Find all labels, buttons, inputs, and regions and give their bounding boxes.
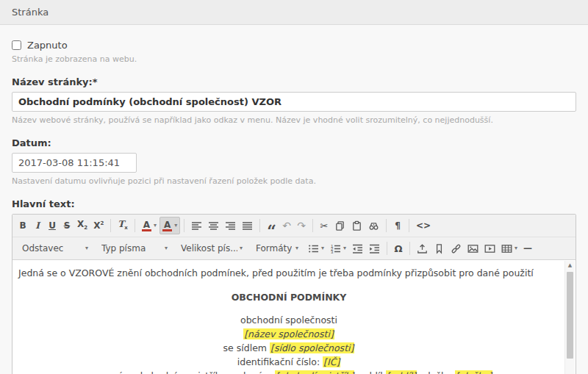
scroll-up-icon[interactable]: ▲ [565,261,575,270]
indent-icon [369,243,380,254]
upload-button[interactable] [414,240,431,257]
code-button[interactable]: <> [413,217,434,234]
indent-button[interactable] [366,240,383,257]
editor-content[interactable]: ▲ Jedná se o VZOROVÉ znění obchodních po… [12,260,576,374]
ordered-list-button[interactable]: 123▾ [327,240,349,257]
toolbar-row-2: Odstavec▾Typ písma▾Velikost pís...▾Formá… [12,237,576,260]
italic-icon: I [35,221,40,230]
rich-text-editor: BIUSX2X2TxA▾A▾“↶↷✂¶<> Odstavec▾Typ písma… [12,214,576,374]
table-icon [501,243,512,254]
doc-line: obchodní společnosti [18,313,559,327]
font-family-dropdown[interactable]: Typ písma▾ [96,240,173,257]
name-label: Název stránky:* [12,76,576,87]
body-label: Hlavní text: [12,198,576,209]
font-size-dropdown[interactable]: Velikost pís...▾ [176,240,248,257]
clear-formatting-button[interactable]: Tx [115,217,130,234]
toolbar-separator [312,219,313,232]
align-center-button[interactable] [205,217,222,234]
font-family-dropdown-label: Typ písma [101,243,146,253]
chevron-down-icon: ▾ [295,245,298,251]
undo-button[interactable]: ↶ [279,217,294,234]
special-character-button[interactable]: Ω [391,240,406,257]
chevron-down-icon: ▾ [165,245,168,251]
blockquote-icon: “ [267,223,276,228]
redo-button[interactable]: ↷ [294,217,309,234]
doc-text: OBCHODNÍ PODMÍNKY [232,292,347,303]
doc-text: obchodní společnosti [240,314,337,326]
underline-button[interactable]: U [45,217,60,234]
strikethrough-button[interactable]: S [60,217,74,234]
block-format-dropdown[interactable]: Odstavec▾ [17,240,93,257]
doc-text: se sídlem [223,342,270,353]
outdent-button[interactable] [349,240,366,257]
align-justify-button[interactable] [239,217,256,234]
superscript-icon: X2 [93,221,104,230]
toolbar-separator [259,219,260,232]
pilcrow-button[interactable]: ¶ [390,217,405,234]
table-button[interactable]: ▾ [498,240,520,257]
bookmark-button[interactable] [431,240,448,257]
toolbar-row-1: BIUSX2X2TxA▾A▾“↶↷✂¶<> [12,215,576,237]
blockquote-button[interactable]: “ [264,217,279,234]
formats-dropdown[interactable]: Formáty▾ [251,240,304,257]
align-left-button[interactable] [188,217,205,234]
toolbar-separator [387,242,387,255]
unordered-list-icon [308,243,319,254]
find-replace-button[interactable] [365,217,382,234]
upload-icon [417,243,428,254]
date-input[interactable] [12,153,137,173]
link-button[interactable] [448,240,465,257]
scrollbar-thumb[interactable] [567,272,573,359]
horizontal-rule-icon: — [523,244,532,253]
doc-text: identifikační číslo: [237,356,323,367]
copy-icon [334,220,345,231]
toolbar-separator [386,219,387,232]
enabled-row: Zapnuto [12,40,576,51]
copy-button[interactable] [331,217,348,234]
redo-icon: ↷ [297,220,306,231]
subscript-button[interactable]: X2 [74,217,90,234]
align-right-button[interactable] [222,217,239,234]
clear-formatting-icon: Tx [118,220,127,231]
unordered-list-button[interactable]: ▾ [305,240,327,257]
image-button[interactable] [465,240,481,257]
paste-button[interactable] [348,217,365,234]
chevron-down-icon: ▾ [154,223,157,229]
italic-button[interactable]: I [30,217,45,234]
doc-line: zapsané v obchodním rejstříku vedeném [o… [18,369,559,374]
toolbar-separator [135,219,135,232]
align-center-icon [208,220,219,231]
enabled-checkbox[interactable] [12,40,21,50]
enabled-label[interactable]: Zapnuto [27,40,68,51]
ordered-list-icon: 123 [330,243,341,254]
find-replace-icon [368,220,379,231]
text-color-icon: A [142,220,151,231]
placeholder-token: [název společnosti] [243,328,334,339]
page-title: Stránka [0,0,588,25]
doc-line: Jedná se o VZOROVÉ znění obchodních podm… [18,266,559,280]
chevron-down-icon: ▾ [240,245,243,251]
chevron-down-icon: ▾ [174,223,177,229]
chevron-down-icon: ▾ [514,245,517,251]
chevron-down-icon: ▾ [85,245,88,251]
toolbar-separator [409,242,410,255]
text-color-button[interactable]: A▾ [139,217,159,234]
background-color-button[interactable]: A▾ [159,217,180,234]
formats-dropdown-label: Formáty [256,243,292,253]
media-icon [484,243,495,254]
media-button[interactable] [481,240,498,257]
cut-button[interactable]: ✂ [317,217,331,234]
doc-text: zapsané v obchodním rejstříku vedeném [85,370,275,374]
horizontal-rule-button[interactable]: — [520,240,535,257]
form-content: Zapnuto Stránka je zobrazena na webu. Ná… [0,25,588,374]
pilcrow-icon: ¶ [395,221,401,230]
outdent-icon [352,243,363,254]
name-input[interactable] [12,92,576,112]
bold-button[interactable]: B [15,217,30,234]
superscript-button[interactable]: X2 [90,217,107,234]
paste-icon [351,220,362,231]
doc-line: [název společnosti] [18,327,559,341]
chevron-down-icon: ▾ [321,245,324,251]
editor-scrollbar[interactable]: ▲ [564,261,575,374]
bookmark-icon [434,243,445,254]
